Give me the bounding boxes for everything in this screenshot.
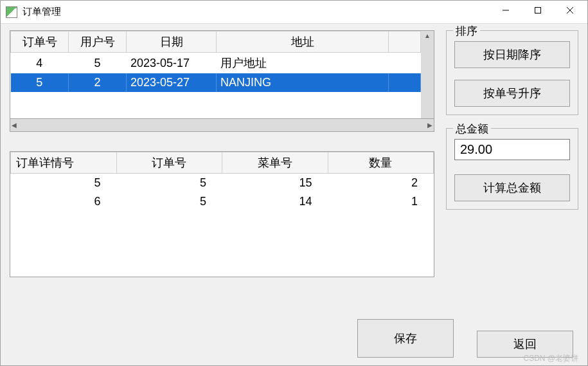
maximize-button[interactable] [522,1,554,20]
scroll-left-icon: ◀ [12,122,17,129]
maximize-icon [534,6,542,14]
details-row[interactable]: 55152 [11,174,434,193]
bottom-button-row: 保存 返回 [357,319,573,358]
orders-table-container: 订单号 用户号 日期 地址 452023-05-17用户地址522023-05-… [10,30,434,132]
upper-zone: 订单号 用户号 日期 地址 452023-05-17用户地址522023-05-… [10,30,578,277]
minimize-button[interactable] [490,1,522,20]
details-cell[interactable]: 2 [328,174,434,193]
details-cell[interactable]: 5 [116,174,222,193]
orders-cell[interactable]: NANJING [217,73,389,92]
app-window: 订单管理 订单号 [0,0,588,366]
orders-header-addr[interactable]: 地址 [217,32,389,53]
scroll-right-icon: ▶ [427,122,432,129]
orders-cell[interactable]: 4 [11,53,69,74]
orders-cell[interactable]: 2 [69,73,127,92]
details-cell[interactable]: 5 [11,174,117,193]
app-icon [6,6,17,18]
orders-cell[interactable]: 5 [69,53,127,74]
tables-column: 订单号 用户号 日期 地址 452023-05-17用户地址522023-05-… [10,30,434,277]
total-legend: 总金额 [453,122,491,136]
details-header-menuid[interactable]: 菜单号 [222,152,328,174]
window-title: 订单管理 [22,6,490,18]
back-button[interactable]: 返回 [477,331,573,358]
details-cell[interactable]: 6 [11,192,117,211]
orders-cell[interactable]: 2023-05-17 [127,53,217,74]
total-amount-field[interactable] [454,139,570,160]
orders-vertical-scrollbar[interactable]: ▲ [421,31,434,118]
save-button[interactable]: 保存 [357,319,454,358]
orders-header-date[interactable]: 日期 [127,32,217,53]
close-icon [566,6,574,14]
orders-header-id[interactable]: 订单号 [11,32,69,53]
details-cell[interactable]: 15 [222,174,328,193]
close-button[interactable] [554,1,586,20]
details-cell[interactable]: 5 [116,192,222,211]
orders-table[interactable]: 订单号 用户号 日期 地址 452023-05-17用户地址522023-05-… [10,31,421,92]
orders-header-extra [389,32,421,53]
total-fieldset: 总金额 计算总金额 [446,128,578,210]
orders-cell[interactable]: 用户地址 [217,53,389,74]
details-row[interactable]: 65141 [11,192,434,211]
orders-cell[interactable]: 2023-05-27 [127,73,217,92]
svg-rect-1 [535,7,541,13]
sort-legend: 排序 [453,24,480,39]
details-header-qty[interactable]: 数量 [328,152,434,174]
content-area: 订单号 用户号 日期 地址 452023-05-17用户地址522023-05-… [1,24,587,365]
orders-row[interactable]: 522023-05-27NANJING [11,73,421,92]
orders-row[interactable]: 452023-05-17用户地址 [11,53,421,74]
minimize-icon [502,6,510,14]
sort-by-id-asc-button[interactable]: 按单号升序 [454,80,570,107]
details-header-row: 订单详情号 订单号 菜单号 数量 [11,152,434,174]
details-cell[interactable]: 1 [328,192,434,211]
controls-column: 排序 按日期降序 按单号升序 总金额 计算总金额 [446,30,578,277]
orders-cell-extra [389,53,421,74]
orders-cell[interactable]: 5 [11,73,69,92]
orders-cell-extra [389,73,421,92]
scroll-up-icon: ▲ [424,32,431,39]
orders-header-user[interactable]: 用户号 [69,32,127,53]
details-table-container: 订单详情号 订单号 菜单号 数量 5515265141 [10,151,434,277]
details-header-detailid[interactable]: 订单详情号 [11,152,117,174]
sort-fieldset: 排序 按日期降序 按单号升序 [446,30,578,115]
sort-by-date-desc-button[interactable]: 按日期降序 [454,41,570,68]
details-header-orderid[interactable]: 订单号 [116,152,222,174]
orders-table-body: 订单号 用户号 日期 地址 452023-05-17用户地址522023-05-… [10,31,421,118]
title-bar: 订单管理 [1,1,587,24]
details-table[interactable]: 订单详情号 订单号 菜单号 数量 5515265141 [10,152,434,211]
window-controls [490,1,586,24]
orders-header-row: 订单号 用户号 日期 地址 [11,32,421,53]
details-cell[interactable]: 14 [222,192,328,211]
orders-horizontal-scrollbar[interactable]: ◀ ▶ [10,118,434,131]
calc-total-button[interactable]: 计算总金额 [454,174,570,201]
